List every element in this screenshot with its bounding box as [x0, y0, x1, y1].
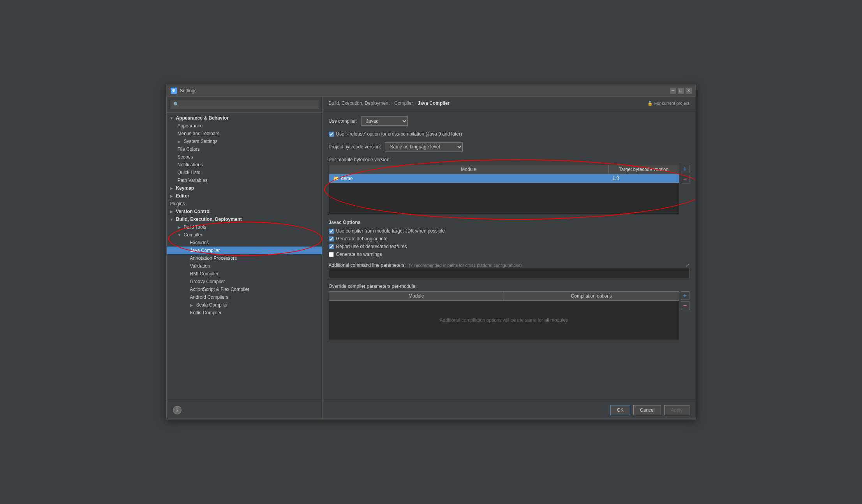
sidebar-item-rmi-compiler[interactable]: RMI Compiler: [167, 270, 322, 278]
breadcrumb-part2: Compiler: [394, 100, 413, 106]
minimize-button[interactable]: ─: [670, 88, 676, 94]
sidebar-item-system-settings[interactable]: ▶ System Settings: [167, 137, 322, 145]
arrow-icon: ▼: [170, 116, 175, 120]
sidebar-item-notifications[interactable]: Notifications: [167, 161, 322, 169]
release-option-label[interactable]: Use '--release' option for cross-compila…: [336, 131, 462, 137]
sidebar-item-quick-lists[interactable]: Quick Lists: [167, 169, 322, 176]
module-table-side-buttons: + −: [681, 165, 689, 183]
add-module-button[interactable]: +: [681, 165, 689, 173]
tree-area: ▼ Appearance & Behavior Appearance Menus…: [167, 113, 322, 401]
sidebar-item-appearance[interactable]: Appearance: [167, 122, 322, 130]
sidebar-item-version-control[interactable]: ▶ Version Control: [167, 208, 322, 215]
module-table: Module Target bytecode version 📁 demo 1.…: [329, 165, 679, 214]
remove-override-button[interactable]: −: [681, 301, 689, 310]
settings-content: Use compiler: Javac Use '--release' opti…: [323, 110, 696, 401]
search-box: [167, 97, 322, 113]
close-button[interactable]: ✕: [686, 88, 692, 94]
sidebar-item-editor[interactable]: ▶ Editor: [167, 192, 322, 200]
sidebar-item-file-colors[interactable]: File Colors: [167, 145, 322, 153]
arrow-icon: ▼: [178, 233, 182, 237]
javac-options-list: Use compiler from module target JDK when…: [329, 228, 689, 257]
command-input[interactable]: [329, 268, 689, 278]
override-table-body: Additional compilation options will be t…: [329, 301, 679, 340]
override-table: Module Compilation options Additional co…: [329, 291, 679, 340]
window-controls: ─ □ ✕: [670, 88, 692, 94]
javac-options-label: Javac Options: [329, 220, 689, 225]
module-col-header: Module: [329, 165, 609, 174]
cmd-params-row: Additional command line parameters: ('/'…: [329, 263, 689, 268]
arrow-icon: ▶: [190, 303, 195, 307]
sidebar-item-excludes[interactable]: Excludes: [167, 239, 322, 247]
project-bytecode-label: Project bytecode version:: [329, 144, 381, 150]
option-row-3: Generate no warnings: [329, 252, 689, 257]
sidebar-item-keymap[interactable]: ▶ Keymap: [167, 184, 322, 192]
option-checkbox-0[interactable]: [329, 229, 334, 234]
maximize-button[interactable]: □: [678, 88, 684, 94]
window-title: Settings: [180, 88, 197, 93]
override-module-col-header: Module: [329, 292, 504, 300]
oval-group: ▶ Build Tools ▼ Compiler Excludes J: [167, 223, 322, 254]
sidebar-item-scala-compiler[interactable]: ▶ Scala Compiler: [167, 301, 322, 309]
release-option-checkbox[interactable]: [329, 132, 334, 137]
additional-cmd-hint: ('/' recommended in paths for cross-plat…: [409, 263, 522, 268]
breadcrumb-part3: Java Compiler: [418, 100, 450, 106]
sidebar-item-groovy-compiler[interactable]: Groovy Compiler: [167, 278, 322, 285]
cancel-button[interactable]: Cancel: [633, 405, 661, 415]
use-compiler-select[interactable]: Javac: [361, 116, 408, 126]
override-options-col-header: Compilation options: [504, 292, 679, 300]
option-checkbox-2[interactable]: [329, 244, 334, 249]
sidebar-item-validation[interactable]: Validation: [167, 262, 322, 270]
option-label-0[interactable]: Use compiler from module target JDK when…: [336, 228, 445, 234]
sidebar-item-kotlin-compiler[interactable]: Kotlin Compiler: [167, 309, 322, 317]
sidebar-item-plugins[interactable]: Plugins: [167, 200, 322, 208]
module-table-row[interactable]: 📁 demo 1.8: [329, 174, 679, 183]
arrow-icon: ▶: [170, 210, 175, 214]
title-bar: ⚙ Settings ─ □ ✕: [167, 85, 696, 97]
version-cell: 1.8: [609, 174, 679, 183]
sidebar-item-menus-toolbars[interactable]: Menus and Toolbars: [167, 130, 322, 137]
option-label-2[interactable]: Report use of deprecated features: [336, 244, 407, 249]
module-table-with-buttons: Module Target bytecode version 📁 demo 1.…: [329, 165, 689, 214]
version-col-header: Target bytecode version: [609, 165, 679, 174]
sidebar-item-java-compiler[interactable]: Java Compiler: [167, 247, 322, 254]
override-empty-text: Additional compilation options will be t…: [440, 317, 568, 323]
sidebar-item-annotation-processors[interactable]: Annotation Processors: [167, 254, 322, 262]
add-override-button[interactable]: +: [681, 291, 689, 300]
main-panel: Build, Execution, Deployment › Compiler …: [323, 97, 696, 419]
arrow-icon: ▶: [170, 194, 175, 198]
remove-module-button[interactable]: −: [681, 175, 689, 183]
sidebar-item-actionscript[interactable]: ActionScript & Flex Compiler: [167, 285, 322, 293]
option-label-1[interactable]: Generate debugging info: [336, 236, 388, 241]
title-bar-left: ⚙ Settings: [171, 88, 197, 94]
option-checkbox-1[interactable]: [329, 236, 334, 241]
settings-icon: ⚙: [171, 88, 177, 94]
project-bytecode-select[interactable]: Same as language level: [385, 142, 463, 152]
option-row-0: Use compiler from module target JDK when…: [329, 228, 689, 234]
override-table-header: Module Compilation options: [329, 292, 679, 301]
search-input[interactable]: [170, 100, 319, 109]
breadcrumb-part1: Build, Execution, Deployment: [329, 100, 390, 106]
expand-icon[interactable]: ⤢: [686, 263, 689, 268]
sidebar-item-android-compilers[interactable]: Android Compilers: [167, 293, 322, 301]
override-table-with-buttons: Module Compilation options Additional co…: [329, 291, 689, 340]
use-compiler-row: Use compiler: Javac: [329, 116, 689, 126]
breadcrumb-sep1: ›: [391, 100, 393, 106]
override-table-side-buttons: + −: [681, 291, 689, 310]
sidebar-item-build-tools[interactable]: ▶ Build Tools: [167, 223, 322, 231]
release-option-row: Use '--release' option for cross-compila…: [329, 131, 689, 137]
option-label-3[interactable]: Generate no warnings: [336, 252, 382, 257]
sidebar-item-compiler[interactable]: ▼ Compiler: [167, 231, 322, 239]
apply-button[interactable]: Apply: [664, 405, 689, 415]
sidebar-item-scopes[interactable]: Scopes: [167, 153, 322, 161]
cmd-params-section: Additional command line parameters: ('/'…: [329, 263, 689, 278]
use-compiler-label: Use compiler:: [329, 118, 357, 124]
help-button[interactable]: ?: [173, 406, 182, 414]
additional-cmd-label: Additional command line parameters:: [329, 263, 406, 268]
override-label: Override compiler parameters per-module:: [329, 284, 689, 289]
sidebar-item-appearance-behavior[interactable]: ▼ Appearance & Behavior: [167, 114, 322, 122]
sidebar-item-path-variables[interactable]: Path Variables: [167, 176, 322, 184]
option-checkbox-3[interactable]: [329, 252, 334, 257]
breadcrumb: Build, Execution, Deployment › Compiler …: [323, 97, 696, 110]
ok-button[interactable]: OK: [610, 405, 630, 415]
sidebar-item-build-execution[interactable]: ▼ Build, Execution, Deployment: [167, 215, 322, 223]
